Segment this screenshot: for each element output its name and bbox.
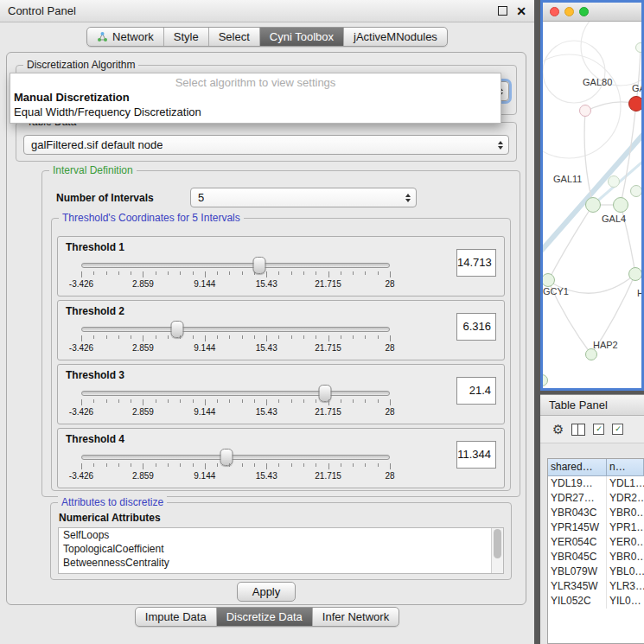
tab-style[interactable]: Style xyxy=(163,28,208,46)
list-item[interactable]: SelfLoops xyxy=(59,528,503,542)
tab-select[interactable]: Select xyxy=(208,28,259,46)
threshold-slider[interactable]: -3.4262.8599.14415.4321.71528 xyxy=(81,320,390,356)
network-node[interactable] xyxy=(635,42,641,53)
table-row[interactable]: YDL19…YDL1… xyxy=(548,476,644,491)
table-cell[interactable]: YBR0… xyxy=(607,550,644,564)
table-cell[interactable]: YBL079W xyxy=(548,564,607,579)
zoom-traffic-light[interactable] xyxy=(579,7,589,16)
slider-tick xyxy=(205,335,206,341)
table-cell[interactable]: YDR2… xyxy=(607,491,644,506)
select-all-icon[interactable]: ✓ xyxy=(593,424,604,435)
list-item[interactable]: BetweennessCentrality xyxy=(59,556,503,570)
table-cell[interactable]: YBR045C xyxy=(548,550,607,564)
slider-tick xyxy=(229,399,230,403)
tab-impute-data[interactable]: Impute Data xyxy=(136,608,216,626)
network-window-titlebar[interactable] xyxy=(543,3,641,22)
list-scrollbar[interactable] xyxy=(491,528,503,573)
column-header-name[interactable]: n… xyxy=(607,459,644,476)
table-cell[interactable]: YLR345W xyxy=(548,579,607,594)
network-node[interactable] xyxy=(630,185,641,197)
table-cell[interactable]: YDR27… xyxy=(548,491,607,506)
cyni-toolbox-panel: Discretization Algorithm Select algorith… xyxy=(6,52,526,605)
table-cell[interactable]: YBR043C xyxy=(548,506,607,520)
column-header-shared-name[interactable]: shared… xyxy=(548,459,607,476)
network-node[interactable] xyxy=(628,267,641,281)
list-item[interactable]: TopologicalCoefficient xyxy=(59,542,503,556)
table-row[interactable]: YBR045CYBR0… xyxy=(548,550,644,564)
table-cell[interactable]: YER0… xyxy=(607,535,644,550)
table-row[interactable]: YIL052CYIL0… xyxy=(548,594,644,609)
close-traffic-light[interactable] xyxy=(550,7,559,16)
slider-tick xyxy=(278,399,279,403)
network-node[interactable] xyxy=(613,197,628,213)
network-node[interactable] xyxy=(608,175,620,188)
tab-network[interactable]: Network xyxy=(87,28,163,46)
table-cell[interactable]: YLR3… xyxy=(607,579,644,594)
close-window-button[interactable]: ✕ xyxy=(516,5,526,17)
scrollbar-thumb[interactable] xyxy=(494,529,501,558)
slider-tick xyxy=(390,335,391,341)
slider-tick xyxy=(254,399,255,403)
table-cell[interactable]: YBL0… xyxy=(607,564,644,579)
apply-button[interactable]: Apply xyxy=(237,582,296,602)
table-cell[interactable]: YBR0… xyxy=(607,506,644,520)
slider-track[interactable] xyxy=(81,391,390,396)
table-cell[interactable]: YER054C xyxy=(548,535,607,550)
table-row[interactable]: YLR345WYLR3… xyxy=(548,579,644,594)
table-cell[interactable]: YPR145W xyxy=(548,520,607,535)
slider-track[interactable] xyxy=(81,327,390,332)
threshold-slider[interactable]: -3.4262.8599.14415.4321.71528 xyxy=(81,384,390,420)
table-cell[interactable]: YPR1… xyxy=(607,520,644,535)
table-cell[interactable]: YDL19… xyxy=(548,476,607,491)
network-node[interactable] xyxy=(585,197,601,213)
threshold-value-field[interactable]: 21.4 xyxy=(456,377,496,405)
slider-tick xyxy=(180,463,181,467)
minimize-traffic-light[interactable] xyxy=(564,7,574,16)
slider-tick xyxy=(341,335,341,339)
table-row[interactable]: YBL079WYBL0… xyxy=(548,564,644,579)
settings-gear-icon[interactable]: ⚙ xyxy=(552,423,564,436)
table-data-combobox[interactable]: galFiltered.sif default node xyxy=(23,135,509,155)
tab-infer-network[interactable]: Infer Network xyxy=(312,608,399,626)
tab-discretize-data[interactable]: Discretize Data xyxy=(216,608,312,626)
float-window-button[interactable] xyxy=(498,6,507,16)
table-row[interactable]: YPR145WYPR1… xyxy=(548,520,644,535)
table-cell[interactable]: YIL0… xyxy=(607,594,644,609)
slider-ticks xyxy=(81,399,390,406)
table-cell[interactable]: YDL1… xyxy=(607,476,644,491)
table-row[interactable]: YDR27…YDR2… xyxy=(548,491,644,506)
threshold-value-field[interactable]: 6.316 xyxy=(456,313,496,341)
network-node[interactable] xyxy=(628,96,641,112)
slider-tick xyxy=(156,335,156,339)
network-node-label: GAL11 xyxy=(553,174,582,184)
popup-item-equal-width-frequency[interactable]: Equal Width/Frequency Discretization xyxy=(10,105,501,119)
table-row[interactable]: YER054CYER0… xyxy=(548,535,644,550)
slider-tick xyxy=(278,463,279,467)
slider-track[interactable] xyxy=(81,263,390,268)
slider-tick xyxy=(118,399,119,403)
popup-item-manual-discretization[interactable]: Manual Discretization xyxy=(10,90,501,105)
number-of-intervals-combobox[interactable]: 5 xyxy=(190,188,417,207)
network-canvas[interactable]: GAL80GAGAL11GAL4GCY1HHAP2 xyxy=(543,22,641,388)
numerical-attributes-list[interactable]: SelfLoopsTopologicalCoefficientBetweenne… xyxy=(58,527,504,574)
tab-jactivemnodules[interactable]: jActiveMNodules xyxy=(343,28,447,46)
slider-tick xyxy=(156,271,156,275)
group-title: Threshold's Coordinates for 5 Intervals xyxy=(59,212,244,224)
network-node[interactable] xyxy=(579,105,591,117)
deselect-all-icon[interactable]: ✓ xyxy=(612,424,623,435)
tab-cyni-toolbox[interactable]: Cyni Toolbox xyxy=(259,28,343,46)
slider-track[interactable] xyxy=(81,455,390,460)
column-selector-icon[interactable] xyxy=(571,424,585,436)
threshold-slider[interactable]: -3.4262.8599.14415.4321.71528 xyxy=(81,256,390,292)
slider-tick xyxy=(217,463,218,467)
table-row[interactable]: YBR043CYBR0… xyxy=(548,506,644,520)
network-node[interactable] xyxy=(585,348,597,360)
table-cell[interactable]: YIL052C xyxy=(548,594,607,609)
slider-tick xyxy=(266,399,267,405)
slider-tick xyxy=(118,271,119,275)
threshold-value-field[interactable]: 14.713 xyxy=(456,249,496,277)
algorithm-dropdown-popup: Select algorithm to view settings Manual… xyxy=(10,73,501,124)
threshold-value-field[interactable]: 11.344 xyxy=(456,441,496,469)
threshold-slider[interactable]: -3.4262.8599.14415.4321.71528 xyxy=(81,448,390,484)
slider-tick xyxy=(106,271,107,275)
